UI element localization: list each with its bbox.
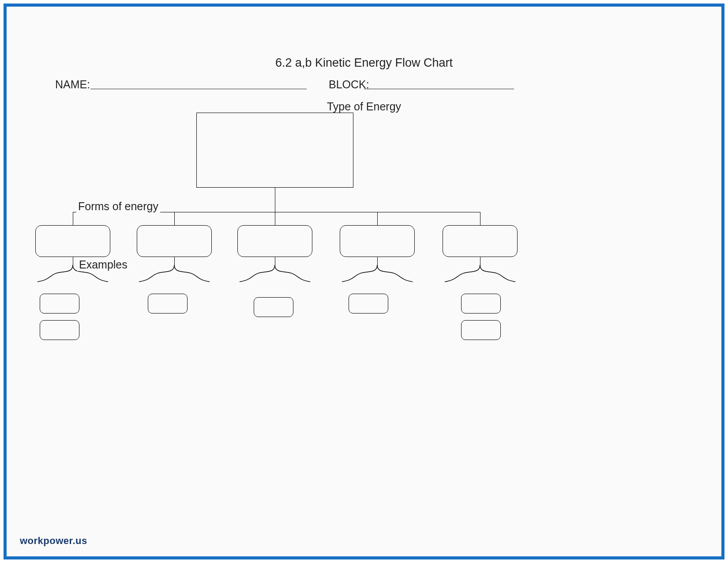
form-box-2[interactable]: [137, 225, 212, 257]
type-of-energy-box[interactable]: [196, 113, 353, 188]
form-box-4[interactable]: [340, 225, 415, 257]
name-label: NAME:: [55, 78, 90, 91]
connector-v-5: [480, 212, 480, 225]
block-label: BLOCK:: [329, 78, 369, 91]
type-of-energy-label: Type of Energy: [7, 100, 721, 113]
example-box-1a[interactable]: [40, 294, 79, 314]
connector-trunk: [275, 188, 275, 212]
brace-icon-4: [338, 265, 417, 291]
form-stem-3: [275, 257, 275, 266]
form-stem-5: [480, 257, 480, 266]
example-box-5a[interactable]: [461, 294, 501, 314]
page-title: 6.2 a,b Kinetic Energy Flow Chart: [7, 56, 721, 70]
brace-icon-2: [135, 265, 214, 291]
header-fields: NAME: BLOCK:: [55, 78, 673, 96]
forms-of-energy-label: Forms of energy: [76, 200, 160, 213]
brace-icon-5: [440, 265, 520, 291]
connector-v-3: [275, 212, 275, 225]
example-box-3a[interactable]: [254, 297, 293, 317]
connector-v-1: [73, 212, 73, 225]
form-box-1[interactable]: [35, 225, 110, 257]
form-stem-2: [174, 257, 175, 266]
example-box-5b[interactable]: [461, 320, 501, 340]
watermark: workpower.us: [20, 535, 87, 547]
form-stem-4: [377, 257, 378, 266]
worksheet: 6.2 a,b Kinetic Energy Flow Chart NAME: …: [7, 7, 721, 556]
example-box-4a[interactable]: [349, 294, 388, 314]
form-box-5[interactable]: [443, 225, 518, 257]
example-box-1b[interactable]: [40, 320, 79, 340]
connector-v-4: [377, 212, 378, 225]
form-box-3[interactable]: [237, 225, 312, 257]
example-box-2a[interactable]: [148, 294, 188, 314]
brace-icon-3: [235, 265, 315, 291]
block-input-line[interactable]: [364, 89, 514, 89]
page-frame: 6.2 a,b Kinetic Energy Flow Chart NAME: …: [4, 4, 724, 559]
name-input-line[interactable]: [90, 89, 307, 89]
form-stem-1: [73, 257, 73, 266]
connector-v-2: [174, 212, 175, 225]
examples-label: Examples: [77, 258, 129, 271]
